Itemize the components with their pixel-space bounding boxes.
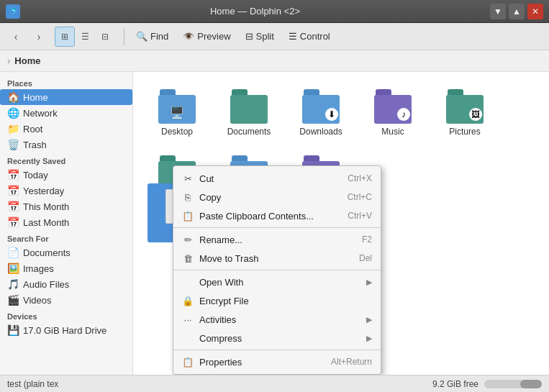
ctx-cut[interactable]: ✂ Cut Ctrl+X <box>173 169 381 188</box>
ctx-separator-3 <box>173 350 381 350</box>
ctx-encrypt-file[interactable]: 🔒 Encrypt File <box>173 291 381 310</box>
yesterday-icon: 📅 <box>7 185 19 196</box>
copy-icon: ⎘ <box>182 191 194 203</box>
forward-button[interactable]: › <box>29 27 49 47</box>
documents-folder-icon <box>230 89 268 124</box>
ctx-rename[interactable]: ✏ Rename... F2 <box>173 230 381 249</box>
ctx-rename-shortcut: F2 <box>362 234 372 245</box>
ctx-compress-label: Compress <box>199 333 242 344</box>
ctx-separator-2 <box>173 270 381 270</box>
sidebar-item-images[interactable]: 🖼️ Images <box>0 260 132 276</box>
control-icon: ☰ <box>289 31 297 42</box>
split-label: Split <box>256 31 274 42</box>
breadcrumb: › Home <box>0 50 549 72</box>
file-item-documents[interactable]: Documents <box>217 83 281 142</box>
scrollbar[interactable] <box>484 380 542 388</box>
find-button[interactable]: 🔍 Find <box>130 28 174 45</box>
icon-view-button[interactable]: ⊞ <box>55 27 75 47</box>
sidebar-item-videos[interactable]: 🎬 Videos <box>0 292 132 308</box>
ctx-move-to-trash[interactable]: 🗑 Move to Trash Del <box>173 249 381 268</box>
maximize-button[interactable]: ▲ <box>509 4 525 19</box>
last-month-icon: 📅 <box>7 216 19 228</box>
rename-icon: ✏ <box>182 234 194 245</box>
file-item-desktop[interactable]: 🖥️ Desktop <box>145 83 209 142</box>
open-with-icon <box>182 276 194 288</box>
breadcrumb-current[interactable]: Home <box>14 55 40 66</box>
ctx-properties[interactable]: 📋 Properties Alt+Return <box>173 352 381 371</box>
scrollbar-thumb[interactable] <box>520 380 542 388</box>
control-button[interactable]: ☰ Control <box>283 28 336 45</box>
statusbar: test (plain tex 9.2 GiB free <box>0 375 549 392</box>
sidebar-item-documents-label: Documents <box>23 247 71 258</box>
ctx-cut-label: Cut <box>199 173 214 184</box>
ctx-copy[interactable]: ⎘ Copy Ctrl+C <box>173 188 381 206</box>
ctx-copy-shortcut: Ctrl+C <box>348 192 372 202</box>
ctx-open-with[interactable]: Open With ▶ <box>173 273 381 291</box>
today-icon: 📅 <box>7 169 19 181</box>
control-label: Control <box>300 31 330 42</box>
sidebar-item-audio-files[interactable]: 🎵 Audio Files <box>0 276 132 292</box>
sidebar-item-yesterday-label: Yesterday <box>23 186 64 196</box>
file-area[interactable]: 🖥️ Desktop Documents ⬇ Downloads <box>133 72 549 375</box>
split-icon: ⊟ <box>245 31 253 42</box>
downloads-folder-icon: ⬇ <box>302 89 340 124</box>
sidebar-item-last-month[interactable]: 📅 Last Month <box>0 214 132 230</box>
sidebar-section-recently-saved: Recently Saved <box>0 152 132 167</box>
ctx-cut-shortcut: Ctrl+X <box>348 173 372 183</box>
activities-arrow-icon: ▶ <box>366 315 372 324</box>
file-item-downloads[interactable]: ⬇ Downloads <box>289 83 353 142</box>
preview-button[interactable]: 👁️ Preview <box>177 28 236 45</box>
cut-icon: ✂ <box>182 173 194 184</box>
file-item-pictures[interactable]: 🖼 Pictures <box>432 83 497 142</box>
app-icon: 🐬 <box>6 4 20 19</box>
sidebar-item-hard-drive-label: 17.0 GiB Hard Drive <box>23 325 106 336</box>
sidebar-item-yesterday[interactable]: 📅 Yesterday <box>0 183 132 199</box>
compress-arrow-icon: ▶ <box>366 334 372 343</box>
toolbar-separator <box>124 28 124 45</box>
sidebar: Places 🏠 Home 🌐 Network 📁 Root 🗑️ Trash … <box>0 72 133 375</box>
ctx-activities[interactable]: ··· Activities ▶ <box>173 310 381 329</box>
ctx-open-with-label: Open With <box>199 277 243 288</box>
sidebar-item-trash-label: Trash <box>23 140 47 150</box>
file-item-music[interactable]: ♪ Music <box>360 83 425 142</box>
sidebar-item-home[interactable]: 🏠 Home <box>0 89 132 105</box>
sidebar-item-this-month[interactable]: 📅 This Month <box>0 199 132 214</box>
split-button[interactable]: ⊟ Split <box>240 28 280 45</box>
ctx-paste[interactable]: 📋 Paste Clipboard Contents... Ctrl+V <box>173 206 381 225</box>
ctx-copy-label: Copy <box>199 192 221 203</box>
window-title: Home — Dolphin <2> <box>20 6 490 17</box>
find-icon: 🔍 <box>136 31 148 42</box>
sidebar-item-network-label: Network <box>23 108 58 119</box>
compact-view-button[interactable]: ⊟ <box>95 27 115 47</box>
sidebar-section-places: Places <box>0 75 132 89</box>
back-button[interactable]: ‹ <box>6 27 26 47</box>
downloads-label: Downloads <box>299 127 342 137</box>
sidebar-item-today[interactable]: 📅 Today <box>0 167 132 183</box>
ctx-compress[interactable]: Compress ▶ <box>173 329 381 347</box>
images-icon: 🖼️ <box>7 263 19 274</box>
list-view-button[interactable]: ☰ <box>75 27 95 47</box>
home-icon: 🏠 <box>7 91 19 103</box>
desktop-label: Desktop <box>161 127 193 137</box>
statusbar-free-space: 9.2 GiB free <box>432 379 478 389</box>
sidebar-item-audio-label: Audio Files <box>23 279 69 290</box>
view-buttons: ⊞ ☰ ⊟ <box>55 27 115 47</box>
sidebar-item-trash[interactable]: 🗑️ Trash <box>0 137 132 152</box>
audio-icon: 🎵 <box>7 278 19 290</box>
minimize-button[interactable]: ▼ <box>490 4 506 19</box>
compress-icon <box>182 332 194 344</box>
desktop-folder-icon: 🖥️ <box>158 89 196 124</box>
paste-icon: 📋 <box>182 210 194 222</box>
sidebar-item-network[interactable]: 🌐 Network <box>0 105 132 121</box>
ctx-properties-label: Properties <box>199 357 242 368</box>
sidebar-item-root[interactable]: 📁 Root <box>0 121 132 137</box>
close-button[interactable]: ✕ <box>527 4 543 19</box>
activities-icon: ··· <box>182 314 194 325</box>
preview-label: Preview <box>197 31 230 42</box>
breadcrumb-separator: › <box>7 55 10 66</box>
sidebar-item-hard-drive[interactable]: 💾 17.0 GiB Hard Drive <box>0 322 132 338</box>
sidebar-item-this-month-label: This Month <box>23 201 69 212</box>
statusbar-text: test (plain tex <box>7 379 58 389</box>
pictures-folder-icon: 🖼 <box>446 89 484 124</box>
sidebar-item-documents[interactable]: 📄 Documents <box>0 245 132 260</box>
